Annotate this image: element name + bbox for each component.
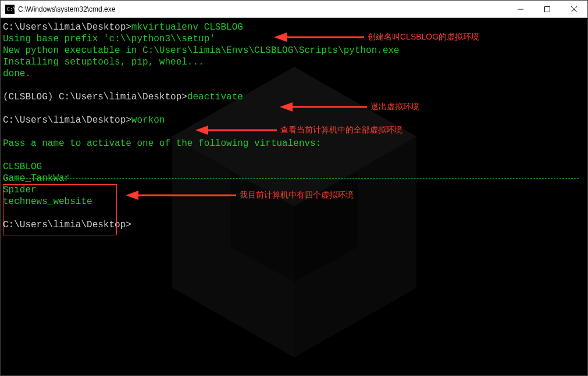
minimize-icon	[518, 6, 523, 12]
prompt-line: (CLSBLOG) C:\Users\limia\Desktop>	[3, 92, 187, 102]
titlebar[interactable]: C:\ C:\Windows\system32\cmd.exe	[1, 1, 587, 18]
terminal-area[interactable]: C:\Users\limia\Desktop>mkvirtualenv CLSB…	[1, 18, 587, 375]
output-line: done.	[3, 69, 31, 79]
close-icon	[571, 6, 577, 12]
cmd-text: workon	[131, 115, 165, 126]
prompt-line: C:\Users\limia\Desktop>	[3, 22, 131, 33]
cmd-window: C:\ C:\Windows\system32\cmd.exe	[0, 0, 588, 376]
prompt-line: C:\Users\limia\Desktop>	[3, 220, 131, 230]
terminal-output: C:\Users\limia\Desktop>mkvirtualenv CLSB…	[3, 22, 585, 231]
minimize-button[interactable]	[507, 1, 534, 18]
maximize-button[interactable]	[534, 1, 561, 18]
output-line: New python executable in C:\Users\limia\…	[3, 45, 400, 56]
svg-text:C:\: C:\	[7, 6, 15, 12]
cmd-text: mkvirtualenv CLSBLOG	[131, 22, 243, 33]
cmd-text: deactivate	[187, 92, 243, 102]
maximize-icon	[544, 6, 550, 12]
env-item: technews_website	[3, 196, 92, 207]
env-item: Game_TankWar	[3, 173, 70, 184]
output-line: Using base prefix 'c:\\python3\\setup'	[3, 34, 215, 44]
window-title: C:\Windows\system32\cmd.exe	[18, 5, 115, 13]
output-line: Installing setuptools, pip, wheel...	[3, 57, 204, 67]
svg-rect-3	[545, 6, 550, 12]
close-button[interactable]	[561, 1, 587, 18]
cmd-icon: C:\	[5, 5, 15, 14]
env-item: Spider	[3, 185, 37, 195]
output-line: Pass a name to activate one of the follo…	[3, 138, 321, 149]
env-item: CLSBLOG	[3, 162, 42, 172]
prompt-line: C:\Users\limia\Desktop>	[3, 115, 131, 126]
